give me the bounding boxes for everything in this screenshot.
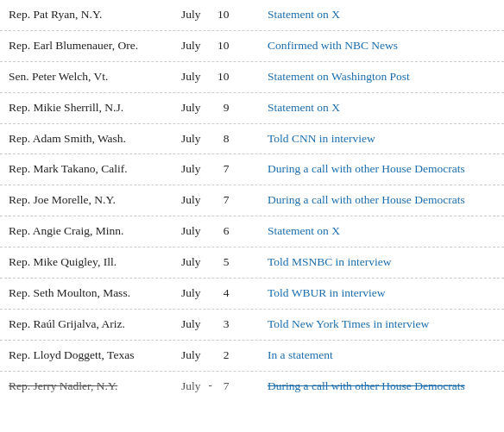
person-name: Rep. Jerry Nadler, N.Y. [9, 379, 181, 395]
source-field[interactable]: Statement on X [268, 7, 495, 23]
day-label: 7 [211, 161, 229, 178]
source-field[interactable]: Told CNN in interview [268, 131, 495, 147]
date-field: July 10 [181, 69, 268, 85]
table-row: Rep. Adam Smith, Wash.July 8Told CNN in … [0, 124, 504, 155]
source-link[interactable]: Confirmed with NBC News [268, 39, 398, 52]
table-row: Rep. Mikie Sherrill, N.J.July 9Statement… [0, 93, 504, 124]
source-field[interactable]: Statement on X [268, 223, 495, 240]
person-name: Rep. Seth Moulton, Mass. [9, 285, 181, 302]
source-link[interactable]: Told MSNBC in interview [268, 255, 391, 268]
table-row: Rep. Mark Takano, Calif.July 7During a c… [0, 154, 504, 185]
date-field: July 5 [181, 254, 268, 271]
day-label: 7 [211, 192, 229, 209]
source-field[interactable]: During a call with other House Democrats [268, 161, 495, 178]
table-row: Sen. Peter Welch, Vt.July 10Statement on… [0, 62, 504, 93]
table-row: Rep. Earl Blumenauer, Ore.July 10Confirm… [0, 31, 504, 62]
person-name: Rep. Pat Ryan, N.Y. [9, 7, 181, 23]
person-name: Rep. Mike Quigley, Ill. [9, 254, 181, 271]
source-link[interactable]: Statement on X [268, 101, 340, 114]
main-table: Rep. Pat Ryan, N.Y.July 10Statement on X… [0, 0, 504, 402]
person-name: Rep. Mark Takano, Calif. [9, 161, 181, 178]
table-row: Rep. Lloyd Doggett, TexasJuly 2In a stat… [0, 341, 504, 372]
month-label: July [181, 254, 209, 271]
table-row: Rep. Pat Ryan, N.Y.July 10Statement on X [0, 0, 504, 31]
date-field: July 6 [181, 223, 268, 240]
person-name: Rep. Angie Craig, Minn. [9, 223, 181, 240]
table-row: Rep. Angie Craig, Minn.July 6Statement o… [0, 216, 504, 247]
source-link[interactable]: In a statement [268, 348, 333, 361]
day-label: 10 [211, 69, 229, 85]
person-name: Sen. Peter Welch, Vt. [9, 69, 181, 85]
source-link[interactable]: During a call with other House Democrats [268, 162, 465, 175]
month-label: July [181, 223, 209, 240]
month-label: July [181, 192, 209, 209]
source-field[interactable]: In a statement [268, 347, 495, 364]
source-link[interactable]: Statement on Washington Post [268, 70, 410, 83]
day-label: 5 [211, 254, 229, 271]
month-label: July [181, 100, 209, 116]
date-field: July 10 [181, 38, 268, 54]
table-row: Rep. Seth Moulton, Mass.July 4Told WBUR … [0, 279, 504, 310]
day-label: 3 [211, 316, 229, 333]
day-label: 8 [211, 131, 229, 147]
date-field: July 7 [181, 379, 268, 395]
day-label: 7 [211, 379, 229, 395]
day-label: 10 [211, 7, 229, 23]
source-field[interactable]: Told WBUR in interview [268, 285, 495, 302]
day-label: 4 [211, 285, 229, 302]
month-label: July [181, 347, 209, 364]
source-link[interactable]: Statement on X [268, 8, 340, 21]
table-row: Rep. Mike Quigley, Ill.July 5Told MSNBC … [0, 247, 504, 279]
source-field[interactable]: Statement on X [268, 100, 495, 116]
date-field: July 7 [181, 161, 268, 178]
month-label: July [181, 38, 209, 54]
month-label: July [181, 69, 209, 85]
source-field[interactable]: Statement on Washington Post [268, 69, 495, 85]
month-label: July [181, 7, 209, 23]
source-field[interactable]: Told MSNBC in interview [268, 254, 495, 271]
person-name: Rep. Adam Smith, Wash. [9, 131, 181, 147]
source-field[interactable]: Confirmed with NBC News [268, 38, 495, 54]
date-field: July 10 [181, 7, 268, 23]
source-link[interactable]: Told WBUR in interview [268, 286, 385, 299]
date-field: July 4 [181, 285, 268, 302]
source-link[interactable]: During a call with other House Democrats [268, 379, 465, 392]
date-field: July 3 [181, 316, 268, 333]
month-label: July [181, 316, 209, 333]
source-field[interactable]: Told New York Times in interview [268, 316, 495, 333]
month-label: July [181, 131, 209, 147]
day-label: 6 [211, 223, 229, 240]
month-label: July [181, 285, 209, 302]
source-link[interactable]: Statement on X [268, 224, 340, 237]
person-name: Rep. Earl Blumenauer, Ore. [9, 38, 181, 54]
date-field: July 8 [181, 131, 268, 147]
person-name: Rep. Raúl Grijalva, Ariz. [9, 316, 181, 333]
table-row: Rep. Joe Morelle, N.Y.July 7During a cal… [0, 185, 504, 216]
day-label: 2 [211, 347, 229, 364]
month-label: July [181, 161, 209, 178]
source-field[interactable]: During a call with other House Democrats [268, 192, 495, 209]
date-field: July 7 [181, 192, 268, 209]
person-name: Rep. Joe Morelle, N.Y. [9, 192, 181, 209]
month-label: July [181, 379, 209, 395]
source-link[interactable]: Told New York Times in interview [268, 317, 429, 330]
person-name: Rep. Lloyd Doggett, Texas [9, 347, 181, 364]
source-link[interactable]: Told CNN in interview [268, 132, 375, 145]
table-row: Rep. Raúl Grijalva, Ariz.July 3Told New … [0, 310, 504, 341]
source-field[interactable]: During a call with other House Democrats [268, 379, 495, 395]
source-link[interactable]: During a call with other House Democrats [268, 193, 465, 206]
date-field: July 2 [181, 347, 268, 364]
day-label: 10 [211, 38, 229, 54]
day-label: 9 [211, 100, 229, 116]
date-field: July 9 [181, 100, 268, 116]
person-name: Rep. Mikie Sherrill, N.J. [9, 100, 181, 116]
table-row: Rep. Jerry Nadler, N.Y.July 7During a ca… [0, 372, 504, 402]
